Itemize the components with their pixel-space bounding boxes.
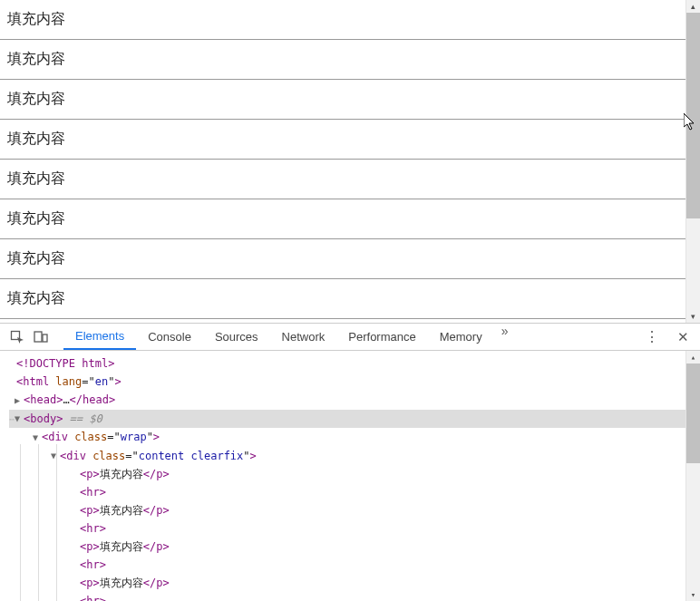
content-row: 填充内容	[0, 199, 700, 238]
devtools-panel: Elements Console Sources Network Perform…	[0, 323, 700, 601]
content-row: 填充内容	[0, 279, 700, 318]
tab-elements[interactable]: Elements	[63, 324, 136, 350]
tab-network[interactable]: Network	[270, 324, 337, 350]
scroll-up-icon[interactable]: ▴	[686, 0, 700, 13]
page-content: 填充内容 填充内容 填充内容 填充内容 填充内容 填充内容 填充内容 填充内容 …	[0, 0, 700, 323]
dom-p[interactable]: <p>填充内容</p>	[9, 465, 700, 483]
expand-arrow-icon[interactable]	[33, 429, 42, 447]
elements-tree[interactable]: <!DOCTYPE html> <html lang="en"> <head>……	[0, 351, 700, 601]
svg-rect-1	[34, 332, 42, 342]
device-toolbar-icon[interactable]	[29, 325, 53, 349]
content-row: 填充内容	[0, 239, 700, 278]
tab-sources[interactable]: Sources	[203, 324, 270, 350]
dom-hr[interactable]: <hr>	[9, 556, 700, 574]
expand-arrow-icon[interactable]	[51, 447, 60, 465]
content-row: 填充内容	[0, 160, 700, 199]
dom-hr[interactable]: <hr>	[9, 519, 700, 538]
dom-doctype[interactable]: <!DOCTYPE html>	[9, 354, 700, 373]
tab-memory[interactable]: Memory	[428, 324, 494, 350]
devtools-toolbar: Elements Console Sources Network Perform…	[0, 324, 700, 351]
close-icon[interactable]: ✕	[672, 329, 695, 345]
page-scrollbar[interactable]: ▴ ▾	[685, 0, 700, 323]
devtools-tabs: Elements Console Sources Network Perform…	[63, 324, 515, 350]
scroll-thumb[interactable]	[686, 13, 700, 218]
content-row: 填充内容	[0, 120, 700, 159]
dom-hr[interactable]: <hr>	[9, 592, 700, 601]
content-row: 填充内容	[0, 0, 700, 39]
scroll-thumb[interactable]	[686, 364, 700, 463]
devtools-scrollbar[interactable]: ▴ ▾	[685, 351, 700, 601]
dom-hr[interactable]: <hr>	[9, 483, 700, 501]
content-row: 填充内容	[0, 80, 700, 119]
dom-p[interactable]: <p>填充内容</p>	[9, 501, 700, 519]
dom-p[interactable]: <p>填充内容</p>	[9, 538, 700, 556]
tab-console[interactable]: Console	[136, 324, 203, 350]
scroll-up-icon[interactable]: ▴	[686, 351, 700, 364]
content-row: 填充内容	[0, 40, 700, 79]
scroll-down-icon[interactable]: ▾	[686, 310, 700, 323]
dom-p[interactable]: <p>填充内容</p>	[9, 574, 700, 592]
scroll-down-icon[interactable]: ▾	[686, 588, 700, 601]
dom-div-content[interactable]: <div class="content clearfix">	[9, 447, 700, 466]
dom-div-wrap[interactable]: <div class="wrap">	[9, 428, 700, 447]
dom-html[interactable]: <html lang="en">	[9, 373, 700, 391]
inspect-element-icon[interactable]	[5, 325, 29, 349]
svg-rect-2	[43, 334, 47, 342]
dom-head[interactable]: <head>…</head>	[9, 391, 700, 410]
more-icon[interactable]: ⋮	[637, 328, 666, 345]
dom-body-selected[interactable]: ⋯<body> == $0	[9, 410, 700, 429]
tabs-overflow-icon[interactable]: »	[494, 324, 516, 350]
tab-performance[interactable]: Performance	[336, 324, 427, 350]
expand-arrow-icon[interactable]	[15, 392, 24, 410]
